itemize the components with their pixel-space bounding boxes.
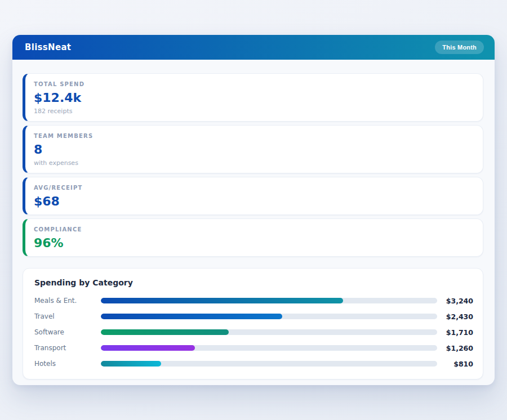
stat-label: COMPLIANCE: [34, 226, 474, 233]
category-value: $3,240: [437, 297, 473, 305]
chart-bar-fill: [101, 329, 229, 335]
stat-label: TOTAL SPEND: [34, 81, 474, 87]
category-value: $2,430: [437, 312, 473, 321]
category-value: $1,260: [437, 344, 473, 352]
stats-section: TOTAL SPEND $12.4k 182 receipts TEAM MEM…: [12, 60, 495, 257]
category-value: $1,710: [437, 328, 473, 337]
chart-row: Travel $2,430: [34, 312, 473, 320]
chart-bar-track: [101, 298, 437, 303]
dashboard-card: BlissNeat This Month TOTAL SPEND $12.4k …: [12, 35, 495, 385]
chart-bar-track: [101, 314, 437, 319]
app-header: BlissNeat This Month: [12, 35, 495, 60]
stat-subtext: with expenses: [34, 159, 474, 167]
stat-card-team-members: TEAM MEMBERS 8 with expenses: [23, 125, 483, 173]
stat-label: TEAM MEMBERS: [34, 133, 474, 139]
stat-card-compliance: COMPLIANCE 96%: [23, 218, 483, 257]
category-label: Transport: [34, 344, 101, 352]
chart-row: Transport $1,260: [34, 344, 473, 352]
stat-label: AVG/RECEIPT: [34, 185, 474, 191]
category-label: Hotels: [34, 360, 101, 368]
stat-card-avg-receipt: AVG/RECEIPT $68: [23, 177, 483, 215]
period-badge[interactable]: This Month: [435, 41, 484, 54]
stat-value: 8: [34, 142, 474, 157]
chart-title: Spending by Category: [34, 278, 473, 287]
chart-bar-fill: [101, 314, 282, 319]
stat-subtext: 182 receipts: [34, 108, 474, 115]
stat-value: $68: [34, 194, 474, 208]
chart-bar-track: [101, 361, 437, 367]
chart-bar-fill: [101, 298, 343, 303]
app-title: BlissNeat: [25, 42, 71, 52]
chart-row: Software $1,710: [34, 328, 473, 336]
spending-chart-card: Spending by Category Meals & Ent. $3,240…: [23, 268, 483, 379]
chart-row: Meals & Ent. $3,240: [34, 297, 473, 305]
stat-value: $12.4k: [34, 91, 474, 105]
stat-value: 96%: [34, 236, 474, 250]
chart-bar-track: [101, 329, 437, 335]
category-label: Meals & Ent.: [34, 297, 101, 305]
stat-card-total-spend: TOTAL SPEND $12.4k 182 receipts: [23, 73, 483, 122]
chart-bar-fill: [101, 361, 161, 367]
category-value: $810: [437, 360, 473, 368]
chart-bar-fill: [101, 345, 195, 351]
category-label: Software: [34, 328, 101, 336]
category-label: Travel: [34, 312, 101, 320]
chart-row: Hotels $810: [34, 360, 473, 368]
chart-bar-track: [101, 345, 437, 351]
